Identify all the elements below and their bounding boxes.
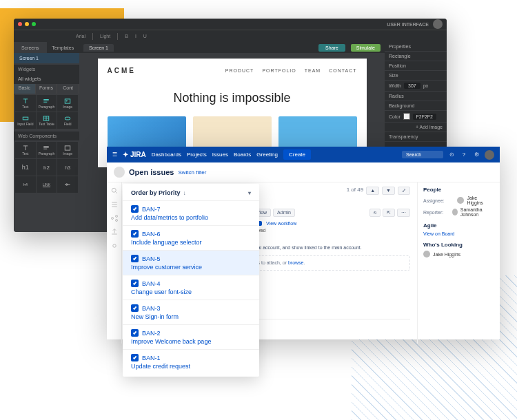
view-board-link[interactable]: View on Board — [423, 231, 494, 236]
create-button[interactable]: Create — [283, 149, 311, 160]
browse-link[interactable]: browse — [288, 260, 304, 265]
share-button[interactable]: Share — [318, 44, 345, 52]
canvas-tab[interactable]: Screen 1 — [83, 44, 114, 52]
nav-greeting[interactable]: Greeting — [256, 151, 278, 158]
widget-paragraph[interactable]: Paragraph — [37, 95, 57, 112]
pager: 1 of 49 — [347, 187, 363, 195]
maximize-dot[interactable] — [32, 22, 36, 26]
add-image[interactable]: + Add image — [385, 123, 447, 132]
nav-team[interactable]: TEAM — [305, 68, 321, 73]
more-btn[interactable]: ⋯ — [397, 209, 410, 217]
issue-list: Order by Priority ↓ ▾ BAN-7Add data/metr… — [123, 184, 259, 377]
prop-size[interactable]: Size — [385, 71, 447, 81]
nav-boards[interactable]: Boards — [234, 151, 251, 158]
view-workflow[interactable]: View workflow — [266, 221, 296, 226]
issue-item[interactable]: BAN-7Add data/metrics to portfolio — [123, 200, 259, 225]
simulate-button[interactable]: Simulate — [351, 44, 381, 52]
prop-radius[interactable]: Radius — [385, 92, 447, 101]
svg-point-11 — [112, 244, 116, 248]
export-btn[interactable]: ⇱ — [383, 209, 395, 217]
issue-item[interactable]: BAN-1Update credit request — [123, 349, 259, 374]
widget-slider[interactable] — [57, 176, 78, 193]
tab-templates[interactable]: Templates — [47, 42, 80, 53]
list-icon[interactable] — [110, 200, 119, 209]
tab-screens[interactable]: Screens — [14, 42, 47, 53]
task-icon — [131, 205, 139, 213]
gear-icon[interactable] — [110, 242, 119, 250]
nav-contact[interactable]: CONTACT — [329, 68, 356, 73]
width-input[interactable]: 307 — [404, 83, 420, 89]
cat-basic[interactable]: Basic — [14, 84, 36, 94]
widget-h2[interactable]: h2 — [37, 159, 57, 176]
menu-icon[interactable]: ☰ — [112, 151, 117, 158]
task-icon — [131, 329, 139, 337]
issue-item[interactable]: BAN-4Change user font-size — [123, 275, 259, 300]
widget-para2[interactable]: Paragraph — [37, 142, 57, 158]
share-btn[interactable]: ⎋ — [369, 209, 381, 217]
mode-select[interactable]: Light — [100, 34, 110, 39]
notifications-icon[interactable]: ⊙ — [447, 151, 456, 159]
sort-icon[interactable]: ↓ — [183, 190, 186, 196]
bold-icon[interactable]: B — [125, 34, 128, 39]
issue-summary: Add data/metrics to portfolio — [131, 214, 251, 221]
nav-portfolio[interactable]: PORTFOLIO — [262, 68, 296, 73]
widget-text[interactable]: Text — [15, 95, 36, 112]
agile-header: Agile — [423, 222, 494, 229]
export-icon[interactable] — [110, 228, 119, 236]
jira-logo[interactable]: ✦JIRA — [123, 151, 146, 158]
prev-button[interactable]: ▲ — [366, 187, 379, 195]
issue-key: BAN-6 — [142, 231, 161, 238]
close-dot[interactable] — [18, 22, 22, 26]
widget-h4[interactable]: h4 — [15, 176, 36, 193]
admin-btn[interactable]: Admin — [273, 209, 295, 217]
widget-h3[interactable]: h3 — [57, 159, 78, 176]
widget-link[interactable]: LINK — [37, 176, 57, 193]
widget-image[interactable]: Image — [57, 95, 78, 112]
widget-field[interactable]: Field — [57, 112, 78, 129]
nav-projects[interactable]: Projects — [187, 151, 207, 158]
prop-transparency[interactable]: Transparency — [385, 132, 447, 142]
prop-background[interactable]: Background — [385, 101, 447, 111]
prop-position[interactable]: Position — [385, 61, 447, 71]
widget-h1[interactable]: h1 — [15, 159, 36, 176]
widget-input[interactable]: Input Field — [15, 112, 36, 129]
search-icon[interactable] — [110, 187, 119, 195]
expand-button[interactable]: ⤢ — [398, 187, 410, 195]
widget-grid: Text Paragraph Image Input Field Text Ta… — [14, 94, 79, 130]
search-input[interactable]: Search — [402, 151, 443, 158]
settings-icon[interactable]: ⚙ — [472, 151, 480, 159]
reporter-avatar — [452, 209, 458, 216]
nav-dashboards[interactable]: Dashboards — [152, 151, 181, 158]
issue-item[interactable]: BAN-6Include language selector — [123, 225, 259, 250]
widget-image2[interactable]: Image — [57, 142, 78, 158]
color-swatch[interactable] — [403, 113, 410, 120]
cat-forms[interactable]: Forms — [36, 84, 58, 94]
nav-issues[interactable]: Issues — [212, 151, 228, 158]
people-header: People — [423, 187, 494, 193]
widget-text2[interactable]: Text — [15, 142, 36, 158]
jira-avatar[interactable] — [485, 150, 494, 160]
nav-product[interactable]: PRODUCT — [225, 68, 254, 73]
hero-text: Nothing is impossible — [98, 83, 367, 116]
issue-item[interactable]: BAN-5Improve customer service — [123, 250, 259, 275]
italic-icon[interactable]: I — [135, 34, 136, 39]
font-select[interactable]: Arial — [76, 34, 85, 39]
color-input[interactable]: F2F2F2 — [413, 114, 436, 120]
minimize-dot[interactable] — [25, 22, 29, 26]
screen-item[interactable]: Screen 1 — [14, 53, 79, 63]
next-button[interactable]: ▼ — [382, 187, 395, 195]
all-widgets[interactable]: All widgets — [14, 74, 79, 84]
assignee-avatar — [457, 197, 464, 204]
cat-cont[interactable]: Cont — [57, 84, 79, 94]
help-icon[interactable]: ? — [460, 151, 468, 159]
issue-item[interactable]: BAN-3New Sign-in form — [123, 300, 259, 324]
widget-table[interactable]: Text Table — [37, 112, 57, 129]
switch-filter[interactable]: Switch filter — [178, 169, 206, 176]
issue-item[interactable]: BAN-2Improve Welcome back page — [123, 324, 259, 349]
underline-icon[interactable]: U — [143, 34, 147, 39]
chevron-down-icon[interactable]: ▾ — [248, 190, 251, 196]
share-icon[interactable] — [110, 214, 119, 222]
issue-list-header[interactable]: Order by Priority ↓ ▾ — [123, 184, 259, 200]
svg-point-10 — [115, 220, 117, 222]
avatar[interactable] — [433, 19, 443, 29]
